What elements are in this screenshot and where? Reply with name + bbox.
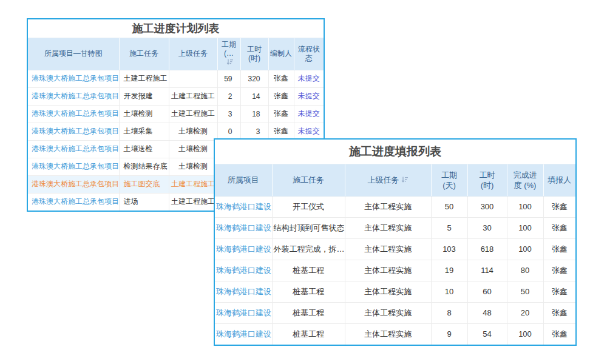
project-link[interactable]: 珠海鹤港口建设 bbox=[215, 281, 272, 302]
column-header: 工时 (时) bbox=[467, 164, 507, 196]
column-header: 施工任务 bbox=[119, 38, 169, 70]
sort-icon[interactable] bbox=[226, 58, 234, 66]
table-cell: 主体工程实施 bbox=[345, 196, 431, 217]
table-cell: 开发报建 bbox=[119, 87, 169, 105]
project-link[interactable]: 港珠澳大桥施工总承包项目 bbox=[28, 70, 119, 87]
status-link[interactable]: 未提交 bbox=[294, 105, 324, 123]
table-cell: 主体工程实施 bbox=[345, 260, 431, 281]
table-cell: 8 bbox=[431, 302, 467, 323]
project-link[interactable]: 珠海鹤港口建设 bbox=[215, 302, 272, 323]
table-cell: 9 bbox=[431, 323, 467, 345]
table-cell: 19 bbox=[431, 260, 467, 281]
table-cell: 主体工程实施 bbox=[345, 238, 431, 260]
report-table: 所属项目施工任务上级任务工期 (天)工时 (时)完成进 度 (%)填报人 珠海鹤… bbox=[215, 164, 575, 345]
column-header: 施工任务 bbox=[272, 164, 345, 196]
table-cell: 土壤检测 bbox=[169, 158, 217, 175]
table-cell: 20 bbox=[507, 302, 543, 323]
header-row: 所属项目施工任务上级任务工期 (天)工时 (时)完成进 度 (%)填报人 bbox=[215, 164, 575, 196]
status-link[interactable]: 未提交 bbox=[294, 70, 324, 87]
project-link[interactable]: 港珠澳大桥施工总承包项目 bbox=[28, 105, 119, 123]
project-link[interactable]: 港珠澳大桥施工总承包项目 bbox=[28, 175, 119, 193]
table-cell: 100 bbox=[507, 196, 543, 217]
table-cell: 59 bbox=[217, 70, 240, 87]
table-cell: 张鑫 bbox=[268, 87, 294, 105]
project-link[interactable]: 港珠澳大桥施工总承包项目 bbox=[28, 193, 119, 211]
status-link[interactable]: 未提交 bbox=[294, 87, 324, 105]
table-cell: 3 bbox=[217, 105, 240, 123]
table-cell: 50 bbox=[507, 281, 543, 302]
table-row: 珠海鹤港口建设桩基工程主体工程实施106050张鑫 bbox=[215, 281, 575, 302]
project-link[interactable]: 珠海鹤港口建设 bbox=[215, 238, 272, 260]
table-cell: 土建工程施工 bbox=[169, 87, 217, 105]
sort-icon[interactable] bbox=[401, 176, 409, 183]
table-cell: 土壤检测 bbox=[169, 123, 217, 140]
project-link[interactable]: 珠海鹤港口建设 bbox=[215, 260, 272, 281]
header-row: 所属项目—甘特图施工任务上级任务工期 (… 工时 (时)编制人流程状态 bbox=[28, 38, 324, 70]
project-link[interactable]: 港珠澳大桥施工总承包项目 bbox=[28, 123, 119, 140]
table-cell: 土建工程施工 bbox=[119, 70, 169, 87]
table-cell: 320 bbox=[240, 70, 268, 87]
table-cell: 103 bbox=[431, 238, 467, 260]
table-cell: 张鑫 bbox=[543, 217, 575, 238]
table-cell: 开工仪式 bbox=[272, 196, 345, 217]
project-link[interactable]: 珠海鹤港口建设 bbox=[215, 217, 272, 238]
table-row: 珠海鹤港口建设开工仪式主体工程实施50300100张鑫 bbox=[215, 196, 575, 217]
plan-table-head: 所属项目—甘特图施工任务上级任务工期 (… 工时 (时)编制人流程状态 bbox=[28, 38, 324, 70]
table-cell: 54 bbox=[467, 323, 507, 345]
table-row: 珠海鹤港口建设桩基工程主体工程实施954100张鑫 bbox=[215, 323, 575, 345]
table-cell: 桩基工程 bbox=[272, 323, 345, 345]
table-cell: 3 bbox=[240, 123, 268, 140]
table-cell: 张鑫 bbox=[268, 105, 294, 123]
table-cell: 主体工程实施 bbox=[345, 217, 431, 238]
table-cell: 5 bbox=[431, 217, 467, 238]
table-row: 珠海鹤港口建设结构封顶到可售状态主体工程实施530100张鑫 bbox=[215, 217, 575, 238]
column-header: 上级任务 bbox=[169, 38, 217, 70]
table-cell: 桩基工程 bbox=[272, 281, 345, 302]
table-cell: 80 bbox=[507, 260, 543, 281]
report-list-window: 施工进度填报列表 所属项目施工任务上级任务工期 (天)工时 (时)完成进 度 (… bbox=[214, 138, 577, 346]
project-link[interactable]: 珠海鹤港口建设 bbox=[215, 323, 272, 345]
table-cell: 100 bbox=[507, 323, 543, 345]
status-link[interactable]: 未提交 bbox=[294, 123, 324, 140]
table-cell: 100 bbox=[507, 238, 543, 260]
table-cell: 100 bbox=[507, 217, 543, 238]
project-link[interactable]: 港珠澳大桥施工总承包项目 bbox=[28, 158, 119, 175]
table-cell: 桩基工程 bbox=[272, 302, 345, 323]
column-header[interactable]: 上级任务 bbox=[345, 164, 431, 196]
table-cell: 114 bbox=[467, 260, 507, 281]
table-row: 珠海鹤港口建设外装工程完成，拆…主体工程实施103618100张鑫 bbox=[215, 238, 575, 260]
table-cell: 土壤采集 bbox=[119, 123, 169, 140]
table-cell: 张鑫 bbox=[543, 260, 575, 281]
table-cell bbox=[169, 70, 217, 87]
table-cell: 主体工程实施 bbox=[345, 281, 431, 302]
table-cell: 0 bbox=[217, 123, 240, 140]
table-cell: 土建工程施工 bbox=[169, 105, 217, 123]
table-cell: 2 bbox=[217, 87, 240, 105]
table-cell: 主体工程实施 bbox=[345, 323, 431, 345]
table-cell: 50 bbox=[431, 196, 467, 217]
table-cell: 土壤检测 bbox=[169, 140, 217, 158]
plan-list-title: 施工进度计划列表 bbox=[28, 19, 324, 38]
table-row: 珠海鹤港口建设桩基工程主体工程实施1911480张鑫 bbox=[215, 260, 575, 281]
table-cell: 618 bbox=[467, 238, 507, 260]
table-cell: 结构封顶到可售状态 bbox=[272, 217, 345, 238]
column-header: 填报人 bbox=[543, 164, 575, 196]
column-header: 工时 (时) bbox=[240, 38, 268, 70]
column-header: 工期 (天) bbox=[431, 164, 467, 196]
table-cell: 张鑫 bbox=[543, 323, 575, 345]
project-link[interactable]: 港珠澳大桥施工总承包项目 bbox=[28, 87, 119, 105]
table-cell: 桩基工程 bbox=[272, 260, 345, 281]
project-link[interactable]: 港珠澳大桥施工总承包项目 bbox=[28, 140, 119, 158]
table-cell: 张鑫 bbox=[268, 123, 294, 140]
table-row: 港珠澳大桥施工总承包项目土壤检测土建工程施工318张鑫未提交 bbox=[28, 105, 324, 123]
table-cell: 300 bbox=[467, 196, 507, 217]
table-cell: 张鑫 bbox=[543, 281, 575, 302]
table-cell: 外装工程完成，拆… bbox=[272, 238, 345, 260]
project-link[interactable]: 珠海鹤港口建设 bbox=[215, 196, 272, 217]
table-cell: 10 bbox=[431, 281, 467, 302]
table-cell: 检测结果存底 bbox=[119, 158, 169, 175]
table-cell: 张鑫 bbox=[268, 70, 294, 87]
column-header[interactable]: 工期 (… bbox=[217, 38, 240, 70]
table-row: 港珠澳大桥施工总承包项目土建工程施工59320张鑫未提交 bbox=[28, 70, 324, 87]
column-header: 完成进 度 (%) bbox=[507, 164, 543, 196]
